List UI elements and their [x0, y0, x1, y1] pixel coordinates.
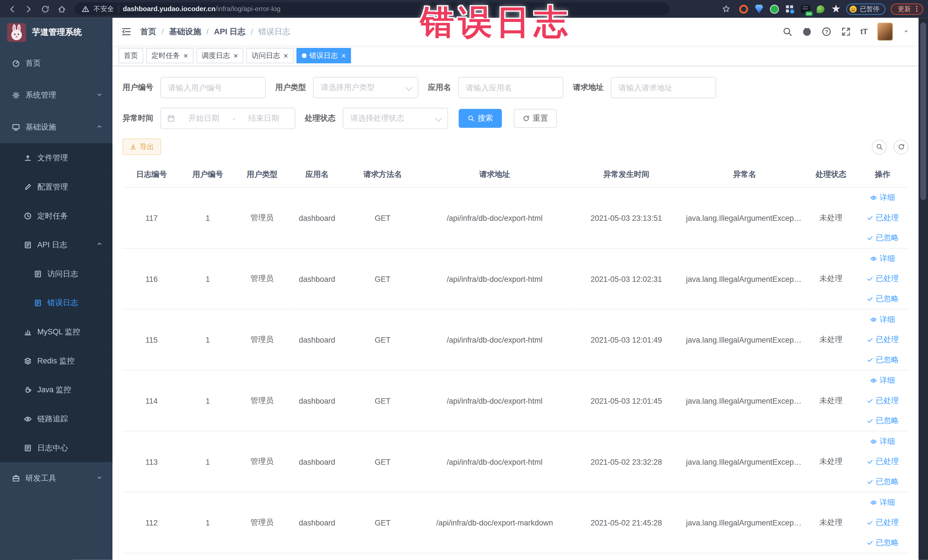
switch-extension-icon[interactable]: on — [800, 4, 810, 14]
detail-link[interactable]: 详细 — [870, 497, 895, 508]
sidebar-item-home[interactable]: 首页 — [0, 47, 112, 79]
sidebar-item-access-log[interactable]: 访问日志 — [0, 259, 112, 288]
blue-shield-extension-icon[interactable] — [754, 4, 764, 14]
tab-home[interactable]: 首页 — [118, 48, 143, 63]
orange-ring-extension-icon[interactable] — [739, 4, 749, 14]
cell-log-id: 117 — [122, 188, 180, 249]
reset-button[interactable]: 重置 — [514, 109, 557, 128]
search-icon — [467, 115, 475, 122]
sidebar-item-scheduled-jobs[interactable]: 定时任务 — [0, 201, 112, 230]
tab-scheduled-jobs[interactable]: 定时任务× — [146, 48, 193, 63]
user-type-label: 用户类型 — [275, 82, 306, 93]
question-circle-icon: ? — [821, 26, 831, 37]
star-extension-icon[interactable] — [831, 4, 841, 14]
back-button[interactable] — [5, 2, 19, 16]
exception-time-range-picker[interactable]: 开始日期 - 结束日期 — [160, 108, 295, 129]
forward-button[interactable] — [21, 2, 36, 16]
cell-actions: 详细已处理已忽略 — [857, 431, 908, 492]
user-type-select[interactable]: 请选择用户类型 — [313, 77, 418, 98]
app-logo[interactable]: 芋道管理系统 — [0, 18, 112, 47]
page-content: 用户编号 用户类型 请选择用户类型 应用名 请求地址 — [112, 66, 919, 560]
sidebar-item-trace[interactable]: 链路追踪 — [0, 404, 112, 433]
tab-access-log[interactable]: 访问日志× — [246, 48, 293, 63]
process-status-select[interactable]: 请选择处理状态 — [343, 108, 448, 129]
refresh-button[interactable] — [894, 139, 908, 154]
leaf-extension-icon[interactable] — [816, 4, 826, 14]
sidebar-item-mysql-monitor[interactable]: MySQL 监控 — [0, 317, 112, 346]
breadcrumb-link[interactable]: API 日志 — [214, 26, 246, 37]
user-avatar-image[interactable] — [877, 23, 893, 41]
grid-extension-icon[interactable] — [785, 4, 795, 14]
check-icon — [866, 336, 873, 343]
fullscreen-icon — [841, 26, 851, 37]
sidebar-item-log-center[interactable]: 日志中心 — [0, 433, 112, 462]
request-url-input[interactable] — [611, 77, 716, 98]
mark-ignored-link[interactable]: 已忽略 — [866, 537, 899, 549]
mark-processed-link[interactable]: 已处理 — [866, 456, 899, 467]
mark-ignored-link[interactable]: 已忽略 — [866, 354, 899, 366]
mark-ignored-link[interactable]: 已忽略 — [866, 293, 899, 305]
column-header-time: 异常发生时间 — [569, 162, 684, 187]
detail-link[interactable]: 详细 — [870, 314, 895, 325]
search-button[interactable]: 搜索 — [459, 109, 502, 128]
close-icon[interactable]: × — [234, 52, 238, 60]
question-circle-icon[interactable]: ? — [821, 26, 831, 37]
mark-processed-link[interactable]: 已处理 — [866, 334, 899, 345]
sidebar-item-java-monitor[interactable]: Java 监控 — [0, 375, 112, 404]
cell-time: 2021-05-03 12:01:49 — [569, 309, 684, 370]
sidebar-item-infrastructure[interactable]: 基础设施 — [0, 111, 112, 143]
warning-triangle-icon — [82, 5, 89, 13]
breadcrumb-link[interactable]: 首页 — [140, 26, 156, 37]
breadcrumb-separator: / — [162, 27, 164, 36]
close-icon[interactable]: × — [342, 52, 346, 60]
mark-ignored-link[interactable]: 已忽略 — [866, 415, 899, 426]
check-icon — [866, 214, 873, 221]
detail-link[interactable]: 详细 — [870, 253, 895, 264]
tab-error-log[interactable]: 错误日志× — [296, 48, 351, 63]
table-row: 1131管理员dashboardGET/api/infra/db-doc/exp… — [122, 431, 908, 492]
search-icon[interactable] — [782, 26, 792, 37]
fullscreen-icon[interactable] — [841, 26, 851, 37]
toggle-search-button[interactable] — [872, 139, 887, 154]
detail-link[interactable]: 详细 — [870, 375, 895, 386]
reload-button[interactable] — [38, 2, 52, 16]
app-name-input[interactable] — [458, 77, 563, 98]
scrollbar-thumb[interactable] — [920, 23, 926, 200]
sidebar-item-redis-monitor[interactable]: Redis 监控 — [0, 346, 112, 375]
close-icon[interactable]: × — [284, 52, 288, 60]
export-button[interactable]: 导出 — [122, 138, 161, 155]
detail-link[interactable]: 详细 — [870, 436, 895, 447]
sidebar-item-config-management[interactable]: 配置管理 — [0, 172, 112, 201]
mark-processed-link[interactable]: 已处理 — [866, 273, 899, 284]
home-button[interactable] — [55, 2, 69, 16]
check-icon — [866, 235, 873, 242]
mark-processed-link[interactable]: 已处理 — [866, 517, 899, 528]
detail-link[interactable]: 详细 — [870, 192, 895, 203]
document-log-icon — [24, 241, 32, 249]
tab-job-log[interactable]: 调度日志× — [196, 48, 243, 63]
user-id-input[interactable] — [160, 77, 266, 98]
mark-ignored-link[interactable]: 已忽略 — [866, 476, 899, 488]
caret-down-icon[interactable] — [903, 26, 910, 37]
text-size-icon[interactable]: tT — [860, 27, 867, 36]
extension-paused-badge[interactable]: 已暂停 — [846, 3, 885, 14]
mark-ignored-link[interactable]: 已忽略 — [866, 232, 899, 244]
close-icon[interactable]: × — [183, 52, 188, 60]
sidebar-item-file-management[interactable]: 文件管理 — [0, 143, 112, 172]
mark-processed-link[interactable]: 已处理 — [866, 395, 899, 406]
sidebar-fold-icon[interactable] — [121, 26, 131, 37]
divider — [118, 5, 119, 13]
sidebar-item-dev-tools[interactable]: 研发工具 — [0, 462, 112, 494]
breadcrumb-link[interactable]: 基础设施 — [169, 26, 201, 37]
green-circle-extension-icon[interactable] — [769, 4, 779, 14]
github-icon[interactable] — [801, 26, 812, 37]
browser-update-button[interactable]: 更新 — [891, 3, 923, 14]
sidebar-item-system-management[interactable]: 系统管理 — [0, 79, 112, 111]
star-icon — [722, 5, 730, 13]
sidebar-item-api-log[interactable]: API 日志 — [0, 230, 112, 259]
bookmark-button[interactable] — [719, 2, 733, 16]
sidebar-item-error-log[interactable]: 错误日志 — [0, 288, 112, 317]
chevron-up-icon — [96, 123, 103, 130]
address-bar[interactable]: 不安全 dashboard.yudao.iocoder.cn/infra/log… — [75, 2, 669, 15]
mark-processed-link[interactable]: 已处理 — [866, 212, 899, 224]
